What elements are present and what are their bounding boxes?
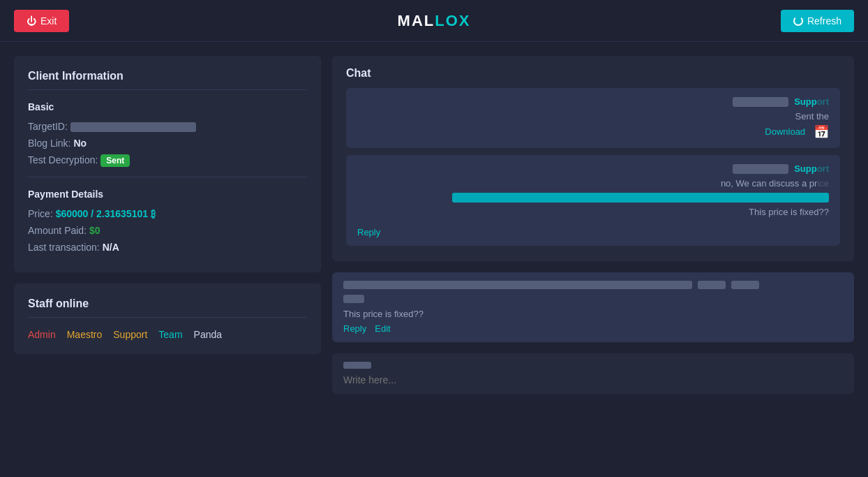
blog-link-row: Blog Link: No: [28, 138, 307, 149]
calendar-icon: 📅: [814, 124, 829, 140]
price-row: Price: $60000 / 2.31635101 ₿: [28, 208, 307, 219]
refresh-button[interactable]: Refresh: [781, 10, 854, 32]
left-panel: Client Information Basic TargetID: Blog …: [14, 56, 321, 463]
last-transaction-value: N/A: [103, 242, 119, 253]
blog-link-value: No: [73, 138, 87, 149]
target-id-row: TargetID:: [28, 121, 307, 132]
staff-admin[interactable]: Admin: [28, 329, 56, 340]
test-decryption-row: Test Decryption: Sent: [28, 154, 307, 166]
meta-bar-2: [698, 281, 726, 289]
last-transaction-label: Last transaction:: [28, 242, 100, 253]
message-1-header: Support: [357, 96, 829, 107]
staff-support[interactable]: Support: [113, 329, 147, 340]
write-input[interactable]: [343, 374, 843, 386]
message-2-content: no, We can discuss a price This price is…: [357, 178, 829, 217]
payment-section-title: Payment Details: [28, 189, 307, 200]
staff-team[interactable]: Team: [158, 329, 182, 340]
chat-card: Chat Support Sent the Download 📅: [332, 56, 854, 261]
client-info-card: Client Information Basic TargetID: Blog …: [14, 56, 321, 272]
power-icon: ⏻: [27, 15, 36, 27]
header: ⏻ Exit MALLOX Refresh: [0, 0, 868, 42]
bottom-message: This price is fixed?? Reply Edit: [332, 272, 854, 342]
refresh-icon: [793, 16, 803, 26]
amount-paid-label: Amount Paid:: [28, 225, 87, 236]
exit-label: Exit: [40, 15, 57, 27]
meta-bar-1: [343, 281, 692, 289]
message-2-text-above: no, We can discuss a price: [357, 178, 829, 189]
staff-online-title: Staff online: [28, 298, 307, 318]
write-meta-bar: [343, 362, 371, 369]
bottom-message-text: This price is fixed??: [343, 309, 843, 319]
message-1: Support Sent the Download 📅: [346, 88, 840, 148]
staff-maestro[interactable]: Maestro: [67, 329, 103, 340]
reply-link-1[interactable]: Reply: [357, 227, 380, 237]
target-id-redacted: [70, 122, 196, 132]
meta-bar-4: [343, 295, 364, 303]
reply-link-2[interactable]: Reply: [343, 323, 366, 334]
write-area: [332, 353, 854, 394]
last-transaction-row: Last transaction: N/A: [28, 242, 307, 253]
amount-paid-row: Amount Paid: $0: [28, 225, 307, 236]
message-1-avatar: [733, 97, 788, 107]
message-2: Support no, We can discuss a price This …: [346, 155, 840, 246]
download-link[interactable]: Download: [765, 126, 805, 137]
logo-part2: LOX: [435, 12, 470, 29]
action-links: Reply Edit: [343, 323, 843, 334]
target-id-label: TargetID:: [28, 121, 68, 132]
meta-bars: [343, 281, 843, 289]
message-1-sender: Support: [794, 96, 829, 107]
client-info-title: Client Information: [28, 70, 307, 90]
refresh-label: Refresh: [807, 15, 841, 27]
right-panel: Chat Support Sent the Download 📅: [332, 56, 854, 463]
staff-online-card: Staff online Admin Maestro Support Team …: [14, 284, 321, 354]
message-2-avatar: [733, 164, 788, 174]
section-divider: [28, 177, 307, 177]
message-2-header: Support: [357, 163, 829, 174]
blog-link-label: Blog Link:: [28, 138, 70, 149]
message-1-text: Sent the: [357, 111, 829, 122]
logo: MALLOX: [398, 12, 471, 30]
amount-paid-value: $0: [89, 225, 100, 236]
highlight-bar: [452, 193, 829, 203]
exit-button[interactable]: ⏻ Exit: [14, 10, 69, 32]
chat-title: Chat: [346, 67, 840, 80]
message-2-text: This price is fixed??: [357, 207, 829, 217]
meta-bar-3: [731, 281, 759, 289]
price-value: $60000 / 2.31635101 ₿: [56, 208, 156, 219]
test-decryption-label: Test Decryption:: [28, 154, 98, 166]
logo-part1: MAL: [398, 12, 435, 29]
staff-panda[interactable]: Panda: [194, 329, 222, 340]
main-content: Client Information Basic TargetID: Blog …: [0, 42, 868, 477]
test-decryption-badge: Sent: [100, 154, 130, 167]
message-2-sender: Support: [794, 163, 829, 174]
price-label: Price:: [28, 208, 53, 219]
staff-list: Admin Maestro Support Team Panda: [28, 329, 307, 340]
basic-section-title: Basic: [28, 101, 307, 112]
message-1-content: Sent the Download 📅: [357, 111, 829, 140]
edit-link[interactable]: Edit: [375, 323, 390, 334]
